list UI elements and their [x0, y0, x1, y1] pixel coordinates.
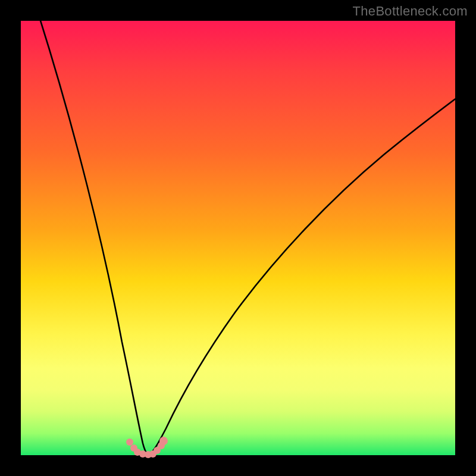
- chart-stage: TheBottleneck.com: [0, 0, 476, 476]
- svg-point-8: [159, 437, 168, 445]
- plot-area: [21, 21, 455, 455]
- bottleneck-curve-svg: [21, 21, 455, 455]
- curve-right-branch: [148, 95, 461, 455]
- sweet-spot-markers: [126, 437, 168, 458]
- curve-left-branch: [39, 15, 148, 455]
- svg-point-0: [126, 439, 133, 446]
- watermark-text: TheBottleneck.com: [353, 4, 468, 19]
